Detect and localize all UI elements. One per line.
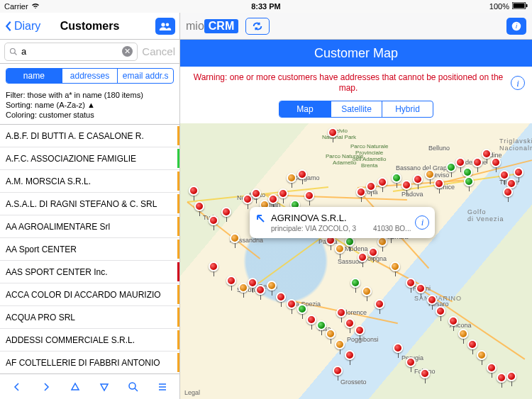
search-button[interactable] — [122, 377, 145, 397]
map-pin[interactable] — [491, 157, 501, 167]
map-pin[interactable] — [335, 339, 345, 349]
map-pin[interactable] — [362, 286, 372, 296]
map-pin[interactable] — [238, 283, 248, 293]
map-pin[interactable] — [514, 167, 523, 177]
map-pin[interactable] — [436, 306, 445, 316]
list-item[interactable]: A.S.A.L. DI RAGNI STEFANO & C. SRL — [0, 193, 179, 215]
map-pin[interactable] — [375, 299, 384, 309]
list-item[interactable]: A.B.F. DI BUTTI A. E CASALONE R. — [0, 125, 179, 147]
list-item[interactable]: ADDESSI COMMERCIALE S.R.L. — [0, 329, 179, 352]
map-type-segmented[interactable]: MapSatelliteHybrid — [279, 101, 433, 118]
map-pin[interactable] — [401, 180, 411, 190]
map-pin[interactable] — [335, 244, 345, 254]
map-pin[interactable] — [472, 157, 482, 167]
scope-tab-addresses[interactable]: addresses — [62, 69, 118, 83]
map-pin[interactable] — [455, 157, 465, 167]
map-pin[interactable] — [209, 262, 218, 271]
map-pin[interactable] — [230, 233, 240, 243]
map-pin[interactable] — [420, 369, 430, 378]
map-pin[interactable] — [350, 278, 360, 288]
map-pin[interactable] — [366, 181, 376, 191]
map-pin[interactable] — [333, 366, 343, 376]
map-pin[interactable] — [413, 174, 423, 184]
map-pin[interactable] — [390, 262, 400, 271]
map-pin[interactable] — [446, 162, 456, 172]
help-icon-button[interactable]: i — [506, 18, 526, 35]
list-item[interactable]: ACQUA PRO SRL — [0, 306, 179, 329]
map-pin[interactable] — [278, 189, 288, 198]
map-pin[interactable] — [503, 187, 513, 197]
callout-info-button[interactable]: i — [415, 215, 429, 230]
list-item[interactable]: AF COLTELLERIE DI FABBRI ANTONIO — [0, 352, 179, 373]
map-pin[interactable] — [392, 173, 401, 183]
map-pin[interactable] — [226, 276, 236, 286]
sort-asc-button[interactable] — [64, 377, 87, 397]
search-scope-segmented[interactable]: nameaddressesemail addr.s — [6, 68, 174, 84]
search-input[interactable]: a ✕ — [4, 43, 138, 61]
map[interactable]: MilanTurinGenoaVeronaPadovaVeniceTrieste… — [180, 123, 532, 399]
map-tab-Map[interactable]: Map — [279, 101, 331, 117]
map-pin[interactable] — [316, 320, 326, 330]
scope-tab-email-addr-s[interactable]: email addr.s — [117, 69, 173, 83]
map-pin[interactable] — [477, 350, 487, 360]
map-pin[interactable] — [358, 252, 367, 262]
list-item[interactable]: AA AGROALIMENTARE Srl — [0, 215, 179, 238]
map-pin[interactable] — [276, 292, 286, 302]
map-pin[interactable] — [406, 357, 416, 367]
map-pin[interactable] — [306, 315, 316, 325]
map-pin[interactable] — [287, 173, 297, 183]
map-pin[interactable] — [345, 318, 355, 328]
map-pin[interactable] — [297, 304, 307, 314]
map-pin[interactable] — [345, 350, 355, 360]
map-pin[interactable] — [499, 170, 509, 180]
map-pin[interactable] — [406, 278, 416, 288]
map-pin[interactable] — [427, 295, 437, 305]
list-item[interactable]: AAS SPORT CENTER Inc. — [0, 261, 179, 283]
map-pin[interactable] — [336, 308, 346, 317]
map-pin[interactable] — [487, 363, 497, 373]
map-pin[interactable] — [416, 283, 426, 293]
scope-tab-name[interactable]: name — [6, 69, 62, 83]
map-pin[interactable] — [497, 373, 506, 383]
map-pin[interactable] — [393, 343, 403, 353]
map-pin[interactable] — [297, 169, 307, 179]
map-pin[interactable] — [268, 194, 278, 204]
back-button[interactable]: Diary — [4, 20, 40, 33]
list-item[interactable]: A.F.C. ASSOCIAZIONE FAMIGLIE — [0, 147, 179, 170]
refresh-button[interactable] — [245, 18, 270, 35]
map-pin[interactable] — [287, 299, 297, 309]
next-page-button[interactable] — [35, 377, 57, 397]
map-pin[interactable] — [464, 176, 474, 186]
contacts-icon-button[interactable] — [155, 18, 175, 35]
map-pin[interactable] — [482, 149, 492, 159]
map-tab-Satellite[interactable]: Satellite — [331, 101, 382, 117]
customer-list[interactable]: A.B.F. DI BUTTI A. E CASALONE R.A.F.C. A… — [0, 125, 179, 373]
map-pin[interactable] — [458, 329, 468, 339]
map-pin[interactable] — [377, 177, 387, 187]
map-pin[interactable] — [328, 128, 338, 137]
map-legal-label[interactable]: Legal — [184, 389, 200, 396]
menu-button[interactable] — [151, 377, 174, 397]
map-pin[interactable] — [368, 247, 378, 257]
map-pin[interactable] — [221, 207, 231, 217]
map-pin[interactable] — [448, 316, 458, 326]
map-callout[interactable]: AGRINOVA S.R.L. principale: VIA ZOCOLO, … — [250, 207, 435, 238]
map-pin[interactable] — [251, 189, 261, 198]
list-item[interactable]: AA Sport CENTER — [0, 238, 179, 261]
list-item[interactable]: A.M. MORSCIA S.R.L. — [0, 170, 179, 193]
cancel-button[interactable]: Cancel — [142, 45, 175, 57]
prev-page-button[interactable] — [6, 377, 28, 397]
map-pin[interactable] — [255, 285, 265, 295]
map-pin[interactable] — [355, 325, 365, 335]
map-pin[interactable] — [467, 339, 477, 349]
map-pin[interactable] — [304, 191, 314, 201]
warning-info-button[interactable]: i — [511, 76, 525, 90]
map-pin[interactable] — [356, 187, 366, 197]
list-item[interactable]: ACCA COLOR DI ACCARDO MAURIZIO — [0, 283, 179, 306]
map-tab-Hybrid[interactable]: Hybrid — [382, 101, 433, 117]
map-pin[interactable] — [434, 179, 444, 189]
map-pin[interactable] — [425, 169, 435, 179]
map-pin[interactable] — [377, 237, 387, 247]
map-pin[interactable] — [506, 371, 516, 381]
map-pin[interactable] — [194, 201, 204, 211]
